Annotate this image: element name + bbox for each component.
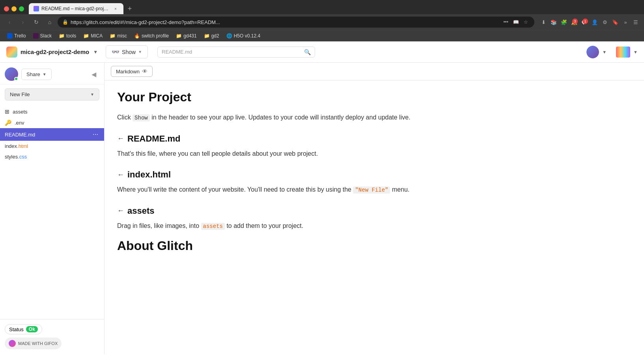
reader-icon[interactable]: 📖 <box>511 19 521 26</box>
fish-chevron-icon[interactable]: ▼ <box>633 50 638 54</box>
notifications-icon[interactable]: 🔔 3 <box>570 18 579 26</box>
traffic-lights <box>4 6 24 11</box>
file-name-styles: styles.css <box>5 154 99 160</box>
forward-button[interactable]: › <box>17 17 28 28</box>
url-text: https://glitch.com/edit/#!/mica-gd2-proj… <box>71 19 499 25</box>
search-icon: 🔍 <box>304 49 311 55</box>
bookmark-h5o[interactable]: 🌐 H5O v0.12.4 <box>223 32 263 40</box>
show-button[interactable]: 👓 Show ▼ <box>106 45 148 58</box>
new-file-button[interactable]: New File ▼ <box>5 88 99 101</box>
new-file-code: "New File" <box>353 187 390 194</box>
switch-profile-icon: 🔥 <box>134 33 140 39</box>
project-chevron-icon: ▼ <box>93 49 98 55</box>
bookmark-gd2-label: gd2 <box>211 33 219 39</box>
show-code: Show <box>133 114 150 121</box>
bookmark-icon[interactable]: ☆ <box>522 19 530 26</box>
bookmark-misc-label: misc <box>117 33 127 39</box>
collapse-sidebar-button[interactable]: ◀ <box>88 69 99 80</box>
key-icon: 🔑 <box>5 119 11 126</box>
file-item-styles[interactable]: styles.css <box>0 151 104 162</box>
slack-icon <box>33 33 39 39</box>
gifox-icon <box>9 340 16 347</box>
reload-button[interactable]: ↻ <box>31 17 42 28</box>
nav-bar: ‹ › ↻ ⌂ 🔒 https://glitch.com/edit/#!/mic… <box>0 14 644 30</box>
file-item-index[interactable]: index.html <box>0 141 104 151</box>
markdown-button[interactable]: Markdown 👁 <box>111 66 153 77</box>
minimize-button[interactable] <box>11 6 17 11</box>
bookmark-slack-label: Slack <box>40 33 52 39</box>
bookmark-gd431-label: gd431 <box>183 33 196 39</box>
bookmark-tools[interactable]: 📁 tools <box>56 32 79 40</box>
lock-icon: 🔒 <box>62 19 68 25</box>
misc-folder-icon: 📁 <box>110 33 116 39</box>
extensions-icon[interactable]: 🧩 <box>560 18 568 26</box>
message-badge: 1 <box>582 19 588 24</box>
tab-bar: README.md – mica-gd2-projec... × + <box>29 3 640 14</box>
grid-icon: ⊞ <box>5 108 9 115</box>
more-extensions-icon[interactable]: » <box>621 18 630 26</box>
tab-favicon <box>34 6 39 11</box>
file-item-readme[interactable]: README.md ⋯ <box>0 128 104 141</box>
content-p-index: Where you'll write the content of your w… <box>117 185 447 195</box>
new-file-label: New File <box>10 91 30 97</box>
made-with-gifox-button[interactable]: MADE WITH GIFOX <box>5 338 62 349</box>
file-search-placeholder: README.md <box>162 49 302 55</box>
title-bar: README.md – mica-gd2-projec... × + <box>0 0 644 14</box>
file-name-env: .env <box>15 120 99 126</box>
gd2-folder-icon: 📁 <box>204 33 210 39</box>
avatar-chevron-icon[interactable]: ▼ <box>602 50 607 54</box>
share-button[interactable]: Share ▼ <box>21 69 52 80</box>
bookmark-gd2[interactable]: 📁 gd2 <box>201 32 222 40</box>
sidebar-avatar <box>5 67 18 81</box>
status-badge[interactable]: Status Ok <box>5 324 42 334</box>
project-icon <box>6 47 17 58</box>
bookmark-misc[interactable]: 📁 misc <box>106 32 130 40</box>
project-info[interactable]: mica-gd2-project2-demo ▼ <box>6 47 98 58</box>
user-avatar[interactable] <box>586 46 599 58</box>
main-layout: Share ▼ ◀ New File ▼ ⊞ assets 🔑 .env <box>0 63 644 354</box>
back-button[interactable]: ‹ <box>4 17 15 28</box>
library-icon[interactable]: 📚 <box>549 18 558 26</box>
download-icon[interactable]: ⬇ <box>539 18 548 26</box>
fish-avatar[interactable] <box>616 47 630 58</box>
project-name: mica-gd2-project2-demo <box>21 48 89 55</box>
sync-icon[interactable]: ⚙ <box>601 18 609 26</box>
share-chevron-icon: ▼ <box>43 72 47 76</box>
fullscreen-button[interactable] <box>19 6 24 11</box>
file-item-env[interactable]: 🔑 .env <box>0 117 104 128</box>
tab-close-button[interactable]: × <box>112 6 119 12</box>
close-button[interactable] <box>4 6 9 11</box>
status-ok-badge: Ok <box>26 326 38 332</box>
sidebar: Share ▼ ◀ New File ▼ ⊞ assets 🔑 .env <box>0 63 105 354</box>
content-h1-about: About Glitch <box>117 239 447 253</box>
url-bar[interactable]: 🔒 https://glitch.com/edit/#!/mica-gd2-pr… <box>58 17 534 28</box>
bookmark-slack[interactable]: Slack <box>30 32 55 40</box>
bookmark-gd431[interactable]: 📁 gd431 <box>173 32 200 40</box>
bookmark-mica-label: MICA <box>91 33 103 39</box>
show-label: Show <box>122 49 136 55</box>
bookmark2-icon[interactable]: 🔖 <box>611 18 620 26</box>
arrow2-icon: ← <box>117 171 124 179</box>
bookmark-trello[interactable]: Trello <box>4 32 29 40</box>
file-more-button[interactable]: ⋯ <box>91 131 99 138</box>
active-tab[interactable]: README.md – mica-gd2-projec... × <box>29 3 123 14</box>
file-search[interactable]: README.md 🔍 <box>157 47 315 58</box>
browser-extensions: ⬇ 📚 🧩 🔔 3 💬 1 👤 ⚙ 🔖 » ☰ <box>539 18 640 26</box>
bookmark-switch-profile[interactable]: 🔥 switch profile <box>131 32 172 40</box>
mica-folder-icon: 📁 <box>83 33 89 39</box>
file-item-assets[interactable]: ⊞ assets <box>0 106 104 117</box>
markdown-content: Your Project Click Show in the header to… <box>105 80 459 354</box>
account-icon[interactable]: 👤 <box>590 18 599 26</box>
gd431-folder-icon: 📁 <box>176 33 182 39</box>
messages-icon[interactable]: 💬 1 <box>580 18 589 26</box>
content-h1: Your Project <box>117 90 447 104</box>
folder-icon: 📁 <box>59 33 65 39</box>
home-button[interactable]: ⌂ <box>44 17 55 28</box>
content-p-readme: That's this file, where you can tell peo… <box>117 149 447 159</box>
editor-toolbar: Markdown 👁 <box>105 63 644 80</box>
menu-icon[interactable]: ☰ <box>631 18 640 26</box>
new-tab-button[interactable]: + <box>124 3 135 14</box>
share-label: Share <box>26 71 40 77</box>
bookmark-mica[interactable]: 📁 MICA <box>80 32 106 40</box>
url-more-button[interactable]: ••• <box>502 19 510 26</box>
